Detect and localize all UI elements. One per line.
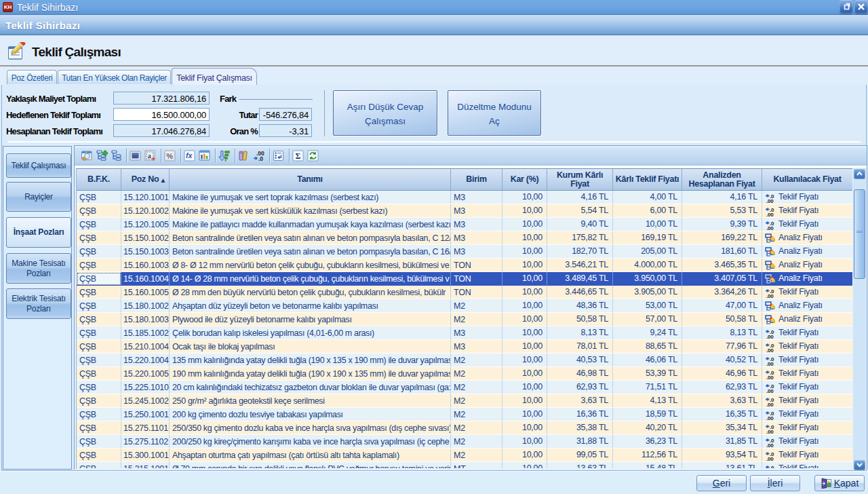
svg-text:fx: fx	[186, 151, 193, 159]
svg-text:%: %	[166, 152, 173, 160]
svg-text:.00: .00	[766, 361, 774, 366]
svg-text:.0: .0	[770, 465, 774, 468]
svg-text:.00: .00	[766, 429, 774, 434]
svg-text:.0: .0	[258, 155, 263, 162]
svg-text:.00: .00	[766, 347, 774, 353]
svg-text:.00: .00	[766, 415, 774, 421]
svg-text:.00: .00	[766, 198, 774, 204]
svg-text:.00: .00	[766, 388, 774, 394]
svg-text:.00: .00	[766, 212, 774, 217]
svg-text:a: a	[148, 152, 151, 159]
svg-text:.00: .00	[766, 334, 774, 339]
svg-text:.00: .00	[766, 225, 774, 231]
svg-text:.00: .00	[766, 456, 774, 461]
svg-text:.00: .00	[766, 442, 774, 448]
svg-text:.00: .00	[766, 375, 774, 380]
svg-text:Σ: Σ	[295, 151, 300, 161]
svg-text:.00: .00	[766, 293, 774, 299]
svg-text:.00: .00	[766, 402, 774, 407]
